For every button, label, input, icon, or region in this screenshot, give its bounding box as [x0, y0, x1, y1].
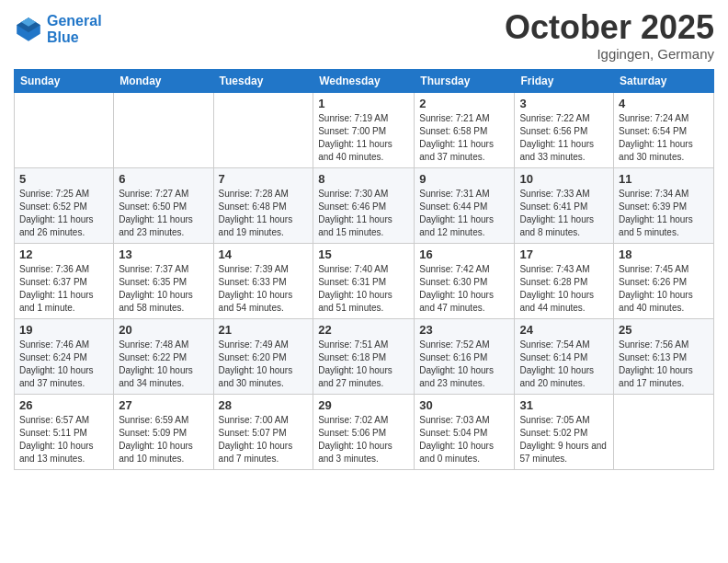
day-info: Sunrise: 7:22 AMSunset: 6:56 PMDaylight:…	[519, 112, 609, 164]
day-info: Sunrise: 7:25 AMSunset: 6:52 PMDaylight:…	[19, 188, 108, 239]
day-info: Sunrise: 6:57 AMSunset: 5:11 PMDaylight:…	[19, 414, 108, 465]
day-info: Sunrise: 7:36 AMSunset: 6:37 PMDaylight:…	[19, 263, 108, 315]
day-info: Sunrise: 7:05 AMSunset: 5:02 PMDaylight:…	[519, 414, 609, 465]
day-number: 14	[219, 247, 309, 261]
day-info: Sunrise: 7:21 AMSunset: 6:58 PMDaylight:…	[419, 112, 509, 164]
week-row-1: 1Sunrise: 7:19 AMSunset: 7:00 PMDaylight…	[15, 92, 714, 167]
day-cell: 26Sunrise: 6:57 AMSunset: 5:11 PMDayligh…	[15, 394, 114, 469]
day-number: 25	[619, 323, 709, 337]
day-info: Sunrise: 6:59 AMSunset: 5:09 PMDaylight:…	[119, 414, 208, 465]
day-number: 27	[119, 398, 208, 412]
day-number: 24	[519, 323, 609, 337]
weekday-header-saturday: Saturday	[614, 69, 714, 92]
day-number: 22	[318, 323, 409, 337]
day-number: 16	[419, 247, 509, 261]
day-cell: 13Sunrise: 7:37 AMSunset: 6:35 PMDayligh…	[114, 243, 213, 318]
day-cell: 17Sunrise: 7:43 AMSunset: 6:28 PMDayligh…	[515, 243, 614, 318]
day-cell: 8Sunrise: 7:30 AMSunset: 6:46 PMDaylight…	[313, 167, 415, 243]
day-cell: 7Sunrise: 7:28 AMSunset: 6:48 PMDaylight…	[213, 167, 313, 243]
day-cell: 22Sunrise: 7:51 AMSunset: 6:18 PMDayligh…	[313, 318, 415, 394]
day-cell: 18Sunrise: 7:45 AMSunset: 6:26 PMDayligh…	[614, 243, 714, 318]
day-cell: 31Sunrise: 7:05 AMSunset: 5:02 PMDayligh…	[515, 394, 614, 469]
day-number: 12	[19, 247, 108, 261]
day-cell: 9Sunrise: 7:31 AMSunset: 6:44 PMDaylight…	[415, 167, 515, 243]
title-block: October 2025 Iggingen, Germany	[505, 9, 714, 62]
week-row-3: 12Sunrise: 7:36 AMSunset: 6:37 PMDayligh…	[15, 243, 714, 318]
day-number: 13	[119, 247, 208, 261]
day-info: Sunrise: 7:49 AMSunset: 6:20 PMDaylight:…	[219, 339, 309, 390]
day-cell: 1Sunrise: 7:19 AMSunset: 7:00 PMDaylight…	[313, 92, 415, 167]
day-info: Sunrise: 7:34 AMSunset: 6:39 PMDaylight:…	[619, 188, 709, 239]
day-cell: 30Sunrise: 7:03 AMSunset: 5:04 PMDayligh…	[415, 394, 515, 469]
day-info: Sunrise: 7:48 AMSunset: 6:22 PMDaylight:…	[119, 339, 208, 390]
day-cell: 10Sunrise: 7:33 AMSunset: 6:41 PMDayligh…	[515, 167, 614, 243]
month-title: October 2025	[505, 9, 714, 46]
day-cell: 14Sunrise: 7:39 AMSunset: 6:33 PMDayligh…	[213, 243, 313, 318]
day-cell: 29Sunrise: 7:02 AMSunset: 5:06 PMDayligh…	[313, 394, 415, 469]
day-number: 9	[419, 172, 509, 186]
day-cell: 6Sunrise: 7:27 AMSunset: 6:50 PMDaylight…	[114, 167, 213, 243]
day-number: 31	[519, 398, 609, 412]
day-number: 10	[519, 172, 609, 186]
day-info: Sunrise: 7:27 AMSunset: 6:50 PMDaylight:…	[119, 188, 208, 239]
day-number: 8	[318, 172, 409, 186]
weekday-header-row: SundayMondayTuesdayWednesdayThursdayFrid…	[15, 69, 714, 92]
day-cell: 12Sunrise: 7:36 AMSunset: 6:37 PMDayligh…	[15, 243, 114, 318]
weekday-header-monday: Monday	[114, 69, 213, 92]
weekday-header-sunday: Sunday	[15, 69, 114, 92]
day-info: Sunrise: 7:46 AMSunset: 6:24 PMDaylight:…	[19, 339, 108, 390]
day-info: Sunrise: 7:40 AMSunset: 6:31 PMDaylight:…	[318, 263, 409, 315]
calendar-table: SundayMondayTuesdayWednesdayThursdayFrid…	[14, 69, 714, 470]
day-number: 26	[19, 398, 108, 412]
day-cell: 15Sunrise: 7:40 AMSunset: 6:31 PMDayligh…	[313, 243, 415, 318]
page: General Blue October 2025 Iggingen, Germ…	[0, 0, 728, 484]
day-info: Sunrise: 7:52 AMSunset: 6:16 PMDaylight:…	[419, 339, 509, 390]
day-number: 4	[619, 97, 709, 110]
day-number: 21	[219, 323, 309, 337]
day-info: Sunrise: 7:03 AMSunset: 5:04 PMDaylight:…	[419, 414, 509, 465]
logo-text: General Blue	[47, 13, 102, 45]
day-cell: 3Sunrise: 7:22 AMSunset: 6:56 PMDaylight…	[515, 92, 614, 167]
day-cell: 19Sunrise: 7:46 AMSunset: 6:24 PMDayligh…	[15, 318, 114, 394]
day-number: 15	[318, 247, 409, 261]
day-number: 30	[419, 398, 509, 412]
day-info: Sunrise: 7:42 AMSunset: 6:30 PMDaylight:…	[419, 263, 509, 315]
week-row-2: 5Sunrise: 7:25 AMSunset: 6:52 PMDaylight…	[15, 167, 714, 243]
day-cell	[114, 92, 213, 167]
day-number: 3	[519, 97, 609, 110]
day-number: 19	[19, 323, 108, 337]
header: General Blue October 2025 Iggingen, Germ…	[14, 9, 714, 62]
day-info: Sunrise: 7:39 AMSunset: 6:33 PMDaylight:…	[219, 263, 309, 315]
day-cell: 16Sunrise: 7:42 AMSunset: 6:30 PMDayligh…	[415, 243, 515, 318]
week-row-4: 19Sunrise: 7:46 AMSunset: 6:24 PMDayligh…	[15, 318, 714, 394]
weekday-header-friday: Friday	[515, 69, 614, 92]
day-number: 20	[119, 323, 208, 337]
day-cell: 5Sunrise: 7:25 AMSunset: 6:52 PMDaylight…	[15, 167, 114, 243]
day-number: 23	[419, 323, 509, 337]
day-number: 1	[318, 97, 409, 110]
day-info: Sunrise: 7:43 AMSunset: 6:28 PMDaylight:…	[519, 263, 609, 315]
day-cell: 2Sunrise: 7:21 AMSunset: 6:58 PMDaylight…	[415, 92, 515, 167]
day-cell: 25Sunrise: 7:56 AMSunset: 6:13 PMDayligh…	[614, 318, 714, 394]
day-info: Sunrise: 7:54 AMSunset: 6:14 PMDaylight:…	[519, 339, 609, 390]
day-cell: 20Sunrise: 7:48 AMSunset: 6:22 PMDayligh…	[114, 318, 213, 394]
day-info: Sunrise: 7:45 AMSunset: 6:26 PMDaylight:…	[619, 263, 709, 315]
day-cell	[15, 92, 114, 167]
weekday-header-tuesday: Tuesday	[213, 69, 313, 92]
day-info: Sunrise: 7:37 AMSunset: 6:35 PMDaylight:…	[119, 263, 208, 315]
day-number: 6	[119, 172, 208, 186]
day-info: Sunrise: 7:02 AMSunset: 5:06 PMDaylight:…	[318, 414, 409, 465]
week-row-5: 26Sunrise: 6:57 AMSunset: 5:11 PMDayligh…	[15, 394, 714, 469]
location: Iggingen, Germany	[505, 46, 714, 62]
day-info: Sunrise: 7:24 AMSunset: 6:54 PMDaylight:…	[619, 112, 709, 164]
day-info: Sunrise: 7:33 AMSunset: 6:41 PMDaylight:…	[519, 188, 609, 239]
day-info: Sunrise: 7:51 AMSunset: 6:18 PMDaylight:…	[318, 339, 409, 390]
day-cell: 28Sunrise: 7:00 AMSunset: 5:07 PMDayligh…	[213, 394, 313, 469]
day-cell	[614, 394, 714, 469]
day-number: 5	[19, 172, 108, 186]
weekday-header-thursday: Thursday	[415, 69, 515, 92]
day-cell: 24Sunrise: 7:54 AMSunset: 6:14 PMDayligh…	[515, 318, 614, 394]
day-info: Sunrise: 7:19 AMSunset: 7:00 PMDaylight:…	[318, 112, 409, 164]
weekday-header-wednesday: Wednesday	[313, 69, 415, 92]
day-info: Sunrise: 7:28 AMSunset: 6:48 PMDaylight:…	[219, 188, 309, 239]
